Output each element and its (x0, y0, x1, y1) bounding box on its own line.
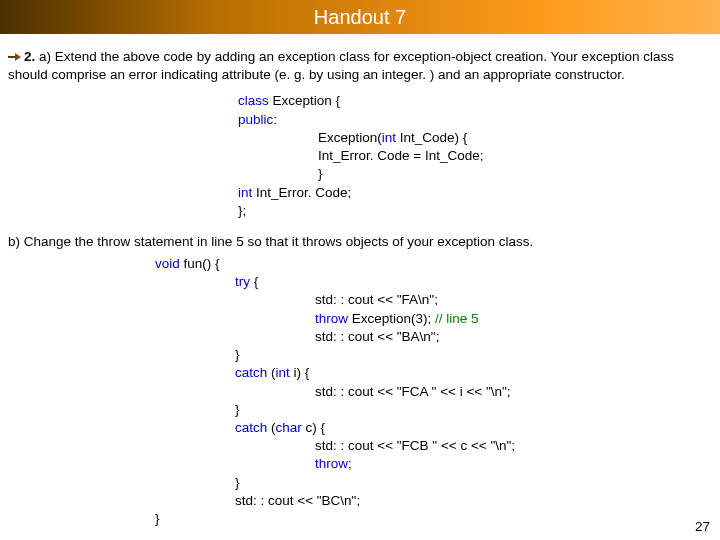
code-line: Int_Error. Code = Int_Code; (238, 147, 712, 165)
code-line: } (155, 474, 720, 492)
code-block-a: class Exception { public: Exception(int … (238, 92, 712, 220)
kw-public: public (238, 112, 273, 127)
code-line: } (155, 401, 720, 419)
code-line: } (238, 165, 712, 183)
code-line: throw Exception(3); // line 5 (155, 310, 720, 328)
code-line: catch (int i) { (155, 364, 720, 382)
code-line: std: : cout << "FA\n"; (155, 291, 720, 309)
arrow-bullet-icon (8, 51, 22, 63)
code-line: std: : cout << "FCA " << i << "\n"; (155, 383, 720, 401)
kw-class: class (238, 93, 269, 108)
code-text: i) { (290, 365, 310, 380)
code-line: catch (char c) { (155, 419, 720, 437)
kw-int: int (238, 185, 252, 200)
code-line: std: : cout << "BC\n"; (155, 492, 720, 510)
code-text: : (273, 112, 277, 127)
code-line: std: : cout << "BA\n"; (155, 328, 720, 346)
kw-throw: throw (315, 456, 348, 471)
comment: // line 5 (435, 311, 479, 326)
kw-catch: catch (235, 365, 267, 380)
code-line: }; (238, 202, 712, 220)
code-line: throw; (155, 455, 720, 473)
kw-try: try (235, 274, 250, 289)
code-line: Exception(int Int_Code) { (238, 129, 712, 147)
code-text: ( (267, 365, 275, 380)
code-text: c) { (302, 420, 325, 435)
code-text: Int_Code) { (396, 130, 467, 145)
code-line: try { (155, 273, 720, 291)
part-a-paragraph: 2. a) Extend the above code by adding an… (8, 48, 712, 84)
code-line: } (155, 510, 720, 528)
kw-int: int (382, 130, 396, 145)
page-title: Handout 7 (0, 0, 720, 34)
part-a-text: a) Extend the above code by adding an ex… (8, 49, 674, 82)
code-text: ; (348, 456, 352, 471)
kw-void: void (155, 256, 180, 271)
page-number: 27 (695, 519, 710, 534)
kw-int: int (276, 365, 290, 380)
code-line: std: : cout << "FCB " << c << "\n"; (155, 437, 720, 455)
bullet-number: 2. (24, 49, 35, 64)
code-text: Int_Error. Code; (252, 185, 351, 200)
code-line: } (155, 346, 720, 364)
kw-throw: throw (315, 311, 348, 326)
code-text: Exception(3); (348, 311, 435, 326)
code-text: Exception( (318, 130, 382, 145)
code-text: ( (267, 420, 275, 435)
part-b-text: b) Change the throw statement in line 5 … (0, 230, 720, 249)
code-text: { (250, 274, 258, 289)
kw-char: char (276, 420, 302, 435)
code-text: fun() { (180, 256, 220, 271)
part-a-section: 2. a) Extend the above code by adding an… (0, 34, 720, 220)
code-block-b: void fun() { try { std: : cout << "FA\n"… (155, 255, 720, 528)
code-text: Exception { (269, 93, 340, 108)
kw-catch: catch (235, 420, 267, 435)
